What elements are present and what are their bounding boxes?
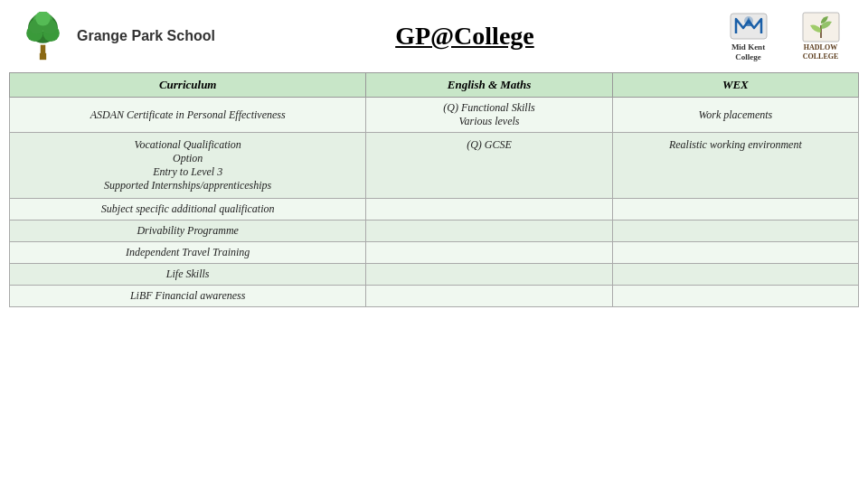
svg-rect-1 — [41, 44, 46, 54]
midkent-text: Mid Kent College — [731, 42, 765, 62]
cell-lifeskills-curriculum: Life Skills — [10, 264, 366, 286]
table-row: LiBF Financial awareness — [10, 286, 859, 307]
cell-drivability-english — [366, 221, 612, 242]
page-title-area: GP@College — [215, 22, 714, 51]
table-row: Vocational QualificationOptionEntry to L… — [10, 133, 859, 199]
cell-libf-wex — [612, 286, 858, 307]
midkent-logo: Mid Kent College — [714, 10, 782, 62]
hadlow-logo: HADLOW COLLEGE — [791, 11, 850, 61]
table-row: Subject specific additional qualificatio… — [10, 199, 859, 221]
cell-travel-english — [366, 242, 612, 264]
table-row: ASDAN Certificate in Personal Effectiven… — [10, 98, 859, 133]
cell-lifeskills-wex — [612, 264, 858, 286]
col-wex: WEX — [612, 73, 858, 98]
page-title: GP@College — [215, 22, 714, 51]
school-logo-area: Grange Park School — [18, 12, 215, 61]
cell-voc-wex: Realistic working environment — [612, 133, 858, 199]
partner-logos: Mid Kent College HADLOW COLLEGE — [714, 10, 850, 62]
col-curriculum: Curriculum — [10, 73, 366, 98]
cell-drivability-curriculum: Drivability Programme — [10, 221, 366, 242]
table-row: Life Skills — [10, 264, 859, 286]
table-row: Drivability Programme — [10, 221, 859, 242]
hadlow-text: HADLOW COLLEGE — [803, 43, 839, 61]
school-name: Grange Park School — [77, 27, 215, 46]
cell-lifeskills-english — [366, 264, 612, 286]
header: Grange Park School GP@College Mid Kent C… — [0, 0, 868, 72]
hadlow-icon — [799, 11, 843, 43]
cell-subject-curriculum: Subject specific additional qualificatio… — [10, 199, 366, 221]
cell-travel-wex — [612, 242, 858, 264]
col-english-maths: English & Maths — [366, 73, 612, 98]
midkent-icon — [727, 10, 770, 42]
cell-drivability-wex — [612, 221, 858, 242]
cell-voc-curriculum: Vocational QualificationOptionEntry to L… — [10, 133, 366, 199]
cell-libf-english — [366, 286, 612, 307]
cell-travel-curriculum: Independent Travel Training — [10, 242, 366, 264]
table-header-row: Curriculum English & Maths WEX — [10, 73, 859, 98]
curriculum-table: Curriculum English & Maths WEX ASDAN Cer… — [9, 72, 859, 307]
main-table-container: Curriculum English & Maths WEX ASDAN Cer… — [0, 72, 868, 312]
school-tree-icon — [18, 12, 68, 61]
cell-asdan-curriculum: ASDAN Certificate in Personal Effectiven… — [10, 98, 366, 133]
cell-voc-english: (Q) GCSE — [366, 133, 612, 199]
cell-subject-wex — [612, 199, 858, 221]
table-row: Independent Travel Training — [10, 242, 859, 264]
cell-libf-curriculum: LiBF Financial awareness — [10, 286, 366, 307]
cell-asdan-wex: Work placements — [612, 98, 858, 133]
cell-subject-english — [366, 199, 612, 221]
cell-asdan-english: (Q) Functional SkillsVarious levels — [366, 98, 612, 133]
